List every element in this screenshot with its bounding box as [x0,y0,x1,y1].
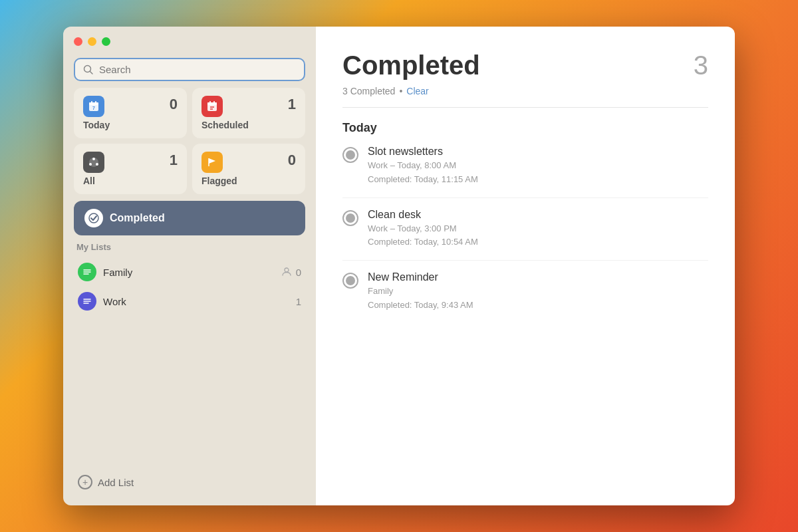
reminder-meta-clean: Work – Today, 3:00 PM Completed: Today, … [368,222,478,250]
add-list-icon: + [78,475,92,489]
svg-rect-3 [89,102,98,105]
sidebar: 7 0 Today [63,27,316,505]
flagged-label: Flagged [201,176,296,186]
today-count: 0 [170,96,178,113]
app-window: 7 0 Today [63,27,735,505]
section-title: Today [342,121,708,135]
svg-rect-9 [209,101,211,104]
list-item-family[interactable]: Family 0 [74,257,305,287]
work-list-icon [78,292,96,311]
search-box[interactable] [74,58,305,81]
family-count: 0 [296,267,301,278]
my-lists-title: My Lists [74,242,305,252]
smart-list-today[interactable]: 7 0 Today [74,88,187,138]
page-title: Completed [342,51,480,80]
reminder-item-clean-desk: Clean desk Work – Today, 3:00 PM Complet… [342,209,708,261]
family-list-icon [78,263,96,281]
reminder-check-new[interactable] [342,273,358,289]
completed-button[interactable]: Completed [74,201,305,235]
reminder-title-slot: Slot newsletters [368,146,478,158]
reminder-check-slot[interactable] [342,147,358,163]
clear-button[interactable]: Clear [406,86,428,96]
add-list-label: Add List [98,477,134,488]
subtitle-row: 3 Completed • Clear [342,86,708,96]
check-filled-2 [346,213,355,223]
dot-separator: • [399,86,402,96]
close-button[interactable] [74,37,82,46]
add-list-button[interactable]: + Add List [74,469,305,495]
smart-list-flagged[interactable]: 0 Flagged [192,144,305,194]
reminder-title-new: New Reminder [368,271,473,283]
work-count-area: 1 [296,296,301,307]
svg-text:7: 7 [92,106,95,110]
search-icon [83,65,94,75]
all-icon [83,152,104,173]
reminder-meta-slot: Work – Today, 8:00 AM Completed: Today, … [368,159,478,187]
smart-lists: 7 0 Today [74,88,305,194]
reminder-check-clean[interactable] [342,210,358,226]
smart-list-scheduled[interactable]: 1 Scheduled [192,88,305,138]
reminder-text-slot: Slot newsletters Work – Today, 8:00 AM C… [368,146,478,187]
all-label: All [83,176,178,186]
completed-label: Completed [110,212,165,224]
total-count: 3 [694,51,708,80]
header-divider [342,107,708,108]
list-item-work[interactable]: Work 1 [74,287,305,316]
family-count-area: 0 [281,266,301,279]
work-list-name: Work [103,296,289,307]
work-count: 1 [296,296,301,307]
maximize-button[interactable] [102,37,110,46]
flagged-icon [201,152,223,173]
shared-icon [281,266,292,279]
minimize-button[interactable] [88,37,96,46]
svg-point-16 [96,163,98,166]
svg-point-15 [89,163,92,166]
main-content: Completed 3 3 Completed • Clear Today Sl… [316,27,735,505]
svg-rect-5 [95,101,96,104]
today-icon: 7 [83,96,104,117]
traffic-lights [74,37,305,46]
scheduled-label: Scheduled [201,120,296,130]
reminder-item-new-reminder: New Reminder Family Completed: Today, 9:… [342,271,708,323]
scheduled-count: 1 [288,96,296,113]
reminder-text-clean: Clean desk Work – Today, 3:00 PM Complet… [368,209,478,250]
family-list-name: Family [103,267,275,278]
search-input[interactable] [99,64,296,75]
scheduled-icon [201,96,223,117]
svg-rect-8 [207,102,217,105]
reminder-meta-new: Family Completed: Today, 9:43 AM [368,285,473,313]
my-lists-section: My Lists Family [74,242,305,463]
reminder-item-slot-newsletters: Slot newsletters Work – Today, 8:00 AM C… [342,146,708,198]
check-filled-3 [346,276,355,285]
main-header: Completed 3 [342,51,708,80]
completed-subtitle: 3 Completed [342,86,395,96]
reminder-text-new: New Reminder Family Completed: Today, 9:… [368,271,473,313]
all-count: 1 [170,152,178,169]
today-label: Today [83,120,178,130]
svg-point-14 [92,158,95,160]
svg-rect-4 [91,101,92,104]
completed-check-icon [84,209,103,227]
svg-line-1 [90,71,93,74]
reminder-title-clean: Clean desk [368,209,478,221]
svg-point-22 [285,268,289,272]
check-filled [346,150,355,160]
flagged-count: 0 [288,152,296,169]
svg-rect-10 [213,101,215,104]
smart-list-all[interactable]: 1 All [74,144,187,194]
